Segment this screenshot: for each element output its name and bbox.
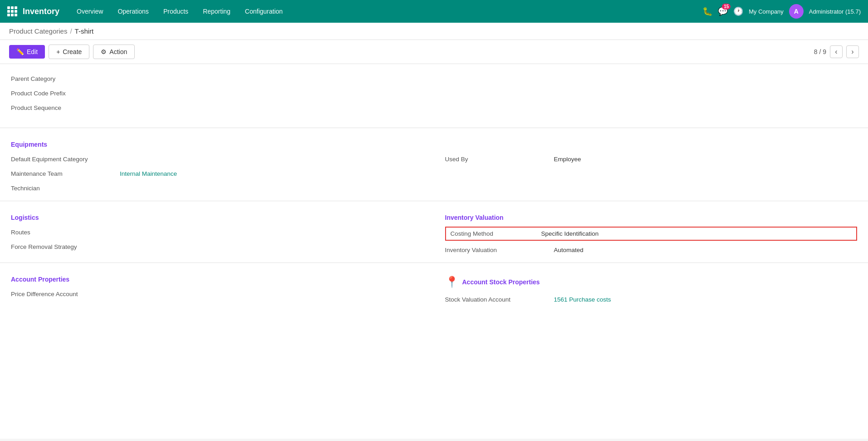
product-sequence-row: Product Sequence — [11, 100, 857, 115]
used-by-value: Employee — [554, 156, 581, 163]
menu-products[interactable]: Products — [157, 4, 195, 19]
top-navigation: Inventory Overview Operations Products R… — [0, 0, 868, 23]
pagination-next[interactable]: › — [846, 45, 859, 58]
bug-icon[interactable]: 🐛 — [702, 6, 712, 16]
product-code-prefix-label: Product Code Prefix — [11, 90, 120, 97]
main-content: Parent Category Product Code Prefix Prod… — [0, 64, 868, 439]
top-menu: Overview Operations Products Reporting C… — [70, 4, 702, 19]
equipments-section-header: Equipments — [0, 134, 868, 152]
breadcrumb-parent[interactable]: Product Categories — [9, 27, 67, 35]
edit-button[interactable]: ✏️ Edit — [9, 45, 45, 59]
pagination: 8 / 9 ‹ › — [814, 45, 859, 58]
location-pin-icon: 📍 — [445, 276, 459, 288]
inventory-valuation-col: Inventory Valuation Costing Method Speci… — [434, 207, 868, 257]
account-stock-col: 📍 Account Stock Properties Stock Valuati… — [434, 268, 868, 307]
breadcrumb-current: T-shirt — [75, 27, 94, 35]
action-button[interactable]: ⚙ Action — [93, 45, 135, 59]
parent-category-row: Parent Category — [11, 71, 857, 86]
edit-label: Edit — [27, 48, 38, 55]
avatar[interactable]: A — [789, 4, 804, 19]
breadcrumb: Product Categories / T-shirt — [0, 23, 868, 40]
pagination-text: 8 / 9 — [814, 48, 826, 55]
plus-icon: + — [56, 48, 60, 55]
user-name[interactable]: Administrator (15.7) — [809, 8, 861, 15]
logistics-inventory-grid: Logistics Routes Force Removal Strategy … — [0, 207, 868, 257]
inventory-valuation-section-header: Inventory Valuation — [445, 207, 858, 225]
inventory-valuation-row: Inventory Valuation Automated — [445, 243, 858, 257]
costing-method-value: Specific Identification — [541, 230, 599, 237]
topnav-right: 🐛 💬 15 🕐 My Company A Administrator (15.… — [702, 4, 861, 19]
toolbar: ✏️ Edit + Create ⚙ Action 8 / 9 ‹ › — [0, 40, 868, 64]
routes-row: Routes — [11, 225, 423, 239]
logistics-col: Logistics Routes Force Removal Strategy — [0, 207, 434, 257]
menu-reporting[interactable]: Reporting — [196, 4, 237, 19]
basic-fields-section: Parent Category Product Code Prefix Prod… — [0, 64, 868, 122]
account-properties-col: Account Properties Price Difference Acco… — [0, 268, 434, 307]
maintenance-team-label: Maintenance Team — [11, 170, 120, 177]
equipments-grid: Default Equipment Category Maintenance T… — [0, 152, 868, 195]
technician-label: Technician — [11, 185, 120, 192]
used-by-row: Used By Employee — [445, 152, 858, 166]
menu-overview[interactable]: Overview — [70, 4, 109, 19]
brand-name[interactable]: Inventory — [23, 7, 59, 16]
force-removal-label: Force Removal Strategy — [11, 243, 120, 250]
account-grid: Account Properties Price Difference Acco… — [0, 268, 868, 307]
parent-category-label: Parent Category — [11, 75, 120, 82]
default-equipment-row: Default Equipment Category — [11, 152, 423, 166]
menu-configuration[interactable]: Configuration — [239, 4, 289, 19]
price-difference-label: Price Difference Account — [11, 291, 120, 297]
breadcrumb-separator: / — [70, 27, 72, 35]
product-code-prefix-row: Product Code Prefix — [11, 86, 857, 100]
edit-icon: ✏️ — [16, 48, 24, 55]
inventory-valuation-value: Automated — [554, 247, 584, 253]
maintenance-team-row: Maintenance Team Internal Maintenance — [11, 166, 423, 181]
company-name[interactable]: My Company — [749, 8, 784, 15]
equipments-left-col: Default Equipment Category Maintenance T… — [0, 152, 434, 195]
apps-menu-icon[interactable] — [7, 6, 17, 16]
messages-badge: 15 — [722, 4, 731, 10]
costing-method-label: Costing Method — [451, 230, 541, 237]
gear-icon: ⚙ — [101, 48, 107, 55]
clock-icon[interactable]: 🕐 — [733, 6, 743, 16]
price-difference-row: Price Difference Account — [11, 287, 423, 301]
stock-valuation-label: Stock Valuation Account — [445, 296, 554, 303]
logistics-section-header: Logistics — [11, 207, 423, 225]
maintenance-team-value[interactable]: Internal Maintenance — [120, 170, 177, 177]
stock-valuation-value[interactable]: 1561 Purchase costs — [554, 296, 611, 303]
default-equipment-label: Default Equipment Category — [11, 156, 120, 163]
stock-valuation-row: Stock Valuation Account 1561 Purchase co… — [445, 292, 858, 307]
create-button[interactable]: + Create — [49, 45, 89, 59]
technician-row: Technician — [11, 181, 423, 195]
pagination-prev[interactable]: ‹ — [830, 45, 843, 58]
costing-method-highlighted: Costing Method Specific Identification — [445, 227, 858, 241]
inventory-valuation-label: Inventory Valuation — [445, 247, 554, 253]
action-label: Action — [109, 48, 127, 55]
avatar-initial: A — [794, 8, 799, 15]
used-by-label: Used By — [445, 156, 554, 163]
account-stock-section-header: Account Stock Properties — [462, 278, 540, 286]
force-removal-row: Force Removal Strategy — [11, 239, 423, 254]
menu-operations[interactable]: Operations — [111, 4, 155, 19]
routes-label: Routes — [11, 229, 120, 236]
account-properties-section-header: Account Properties — [11, 268, 423, 287]
messages-icon[interactable]: 💬 15 — [718, 6, 728, 16]
create-label: Create — [63, 48, 82, 55]
product-sequence-label: Product Sequence — [11, 104, 120, 111]
equipments-right-col: Used By Employee — [434, 152, 868, 195]
